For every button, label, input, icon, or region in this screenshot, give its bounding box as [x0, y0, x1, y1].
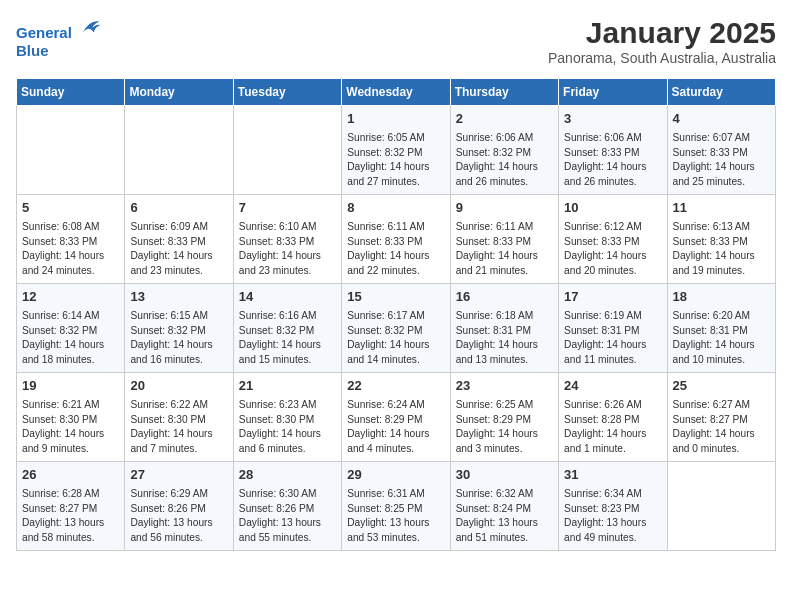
day-info-line: Sunset: 8:33 PM [564, 235, 661, 250]
logo-blue: Blue [16, 42, 49, 59]
day-info-line: Sunset: 8:25 PM [347, 502, 444, 517]
day-info-line: Sunrise: 6:27 AM [673, 398, 770, 413]
day-info-line: Sunrise: 6:07 AM [673, 131, 770, 146]
day-cell-7: 7Sunrise: 6:10 AMSunset: 8:33 PMDaylight… [233, 194, 341, 283]
day-info-line: and 14 minutes. [347, 353, 444, 368]
day-info-line: Sunrise: 6:23 AM [239, 398, 336, 413]
day-cell-2: 2Sunrise: 6:06 AMSunset: 8:32 PMDaylight… [450, 106, 558, 195]
day-info-line: and 6 minutes. [239, 442, 336, 457]
day-cell-18: 18Sunrise: 6:20 AMSunset: 8:31 PMDayligh… [667, 283, 775, 372]
day-info-line: Sunset: 8:27 PM [673, 413, 770, 428]
day-cell-19: 19Sunrise: 6:21 AMSunset: 8:30 PMDayligh… [17, 372, 125, 461]
day-cell-11: 11Sunrise: 6:13 AMSunset: 8:33 PMDayligh… [667, 194, 775, 283]
day-info-line: Sunset: 8:30 PM [22, 413, 119, 428]
day-info-line: Sunrise: 6:28 AM [22, 487, 119, 502]
day-info-line: Daylight: 14 hours [564, 427, 661, 442]
day-info-line: Sunrise: 6:21 AM [22, 398, 119, 413]
day-info-line: and 3 minutes. [456, 442, 553, 457]
day-info-line: Sunrise: 6:11 AM [456, 220, 553, 235]
day-number: 13 [130, 288, 227, 307]
day-info-line: and 7 minutes. [130, 442, 227, 457]
day-info-line: and 15 minutes. [239, 353, 336, 368]
day-info-line: Daylight: 14 hours [673, 249, 770, 264]
day-info-line: Daylight: 14 hours [564, 160, 661, 175]
day-info-line: Sunrise: 6:18 AM [456, 309, 553, 324]
day-info-line: and 56 minutes. [130, 531, 227, 546]
day-number: 8 [347, 199, 444, 218]
day-info-line: Sunrise: 6:20 AM [673, 309, 770, 324]
day-info-line: Sunset: 8:33 PM [239, 235, 336, 250]
day-info-line: and 19 minutes. [673, 264, 770, 279]
day-info-line: and 13 minutes. [456, 353, 553, 368]
logo: General Blue [16, 16, 101, 60]
day-info-line: Sunset: 8:33 PM [673, 235, 770, 250]
day-info-line: Sunset: 8:32 PM [130, 324, 227, 339]
day-info-line: Sunset: 8:24 PM [456, 502, 553, 517]
day-info-line: Daylight: 14 hours [673, 427, 770, 442]
day-number: 29 [347, 466, 444, 485]
day-info-line: and 53 minutes. [347, 531, 444, 546]
day-cell-20: 20Sunrise: 6:22 AMSunset: 8:30 PMDayligh… [125, 372, 233, 461]
page-header: General Blue January 2025 Panorama, Sout… [16, 16, 776, 66]
day-number: 3 [564, 110, 661, 129]
day-number: 17 [564, 288, 661, 307]
day-number: 22 [347, 377, 444, 396]
day-info-line: and 27 minutes. [347, 175, 444, 190]
day-number: 15 [347, 288, 444, 307]
day-info-line: Daylight: 14 hours [347, 249, 444, 264]
day-info-line: Sunrise: 6:34 AM [564, 487, 661, 502]
calendar-subtitle: Panorama, South Australia, Australia [548, 50, 776, 66]
day-number: 5 [22, 199, 119, 218]
week-row-4: 19Sunrise: 6:21 AMSunset: 8:30 PMDayligh… [17, 372, 776, 461]
day-info-line: and 25 minutes. [673, 175, 770, 190]
day-number: 23 [456, 377, 553, 396]
day-info-line: and 26 minutes. [564, 175, 661, 190]
day-number: 18 [673, 288, 770, 307]
day-number: 1 [347, 110, 444, 129]
day-cell-9: 9Sunrise: 6:11 AMSunset: 8:33 PMDaylight… [450, 194, 558, 283]
day-number: 24 [564, 377, 661, 396]
day-info-line: and 49 minutes. [564, 531, 661, 546]
day-info-line: Sunrise: 6:19 AM [564, 309, 661, 324]
day-number: 28 [239, 466, 336, 485]
day-info-line: Sunset: 8:32 PM [456, 146, 553, 161]
day-info-line: Sunrise: 6:12 AM [564, 220, 661, 235]
day-info-line: Daylight: 13 hours [130, 516, 227, 531]
calendar-table: SundayMondayTuesdayWednesdayThursdayFrid… [16, 78, 776, 551]
day-info-line: Sunrise: 6:24 AM [347, 398, 444, 413]
day-cell-28: 28Sunrise: 6:30 AMSunset: 8:26 PMDayligh… [233, 461, 341, 550]
day-info-line: and 16 minutes. [130, 353, 227, 368]
day-info-line: Daylight: 14 hours [22, 338, 119, 353]
day-number: 9 [456, 199, 553, 218]
day-info-line: Daylight: 14 hours [22, 249, 119, 264]
day-number: 6 [130, 199, 227, 218]
day-info-line: Sunrise: 6:30 AM [239, 487, 336, 502]
day-cell-8: 8Sunrise: 6:11 AMSunset: 8:33 PMDaylight… [342, 194, 450, 283]
weekday-header-sunday: Sunday [17, 79, 125, 106]
day-info-line: and 0 minutes. [673, 442, 770, 457]
day-number: 11 [673, 199, 770, 218]
day-info-line: Sunrise: 6:32 AM [456, 487, 553, 502]
day-info-line: Sunset: 8:26 PM [239, 502, 336, 517]
day-info-line: and 18 minutes. [22, 353, 119, 368]
day-info-line: Sunset: 8:33 PM [130, 235, 227, 250]
day-info-line: and 11 minutes. [564, 353, 661, 368]
day-info-line: Sunrise: 6:08 AM [22, 220, 119, 235]
day-info-line: Sunrise: 6:16 AM [239, 309, 336, 324]
day-info-line: Daylight: 14 hours [239, 427, 336, 442]
day-info-line: Daylight: 14 hours [347, 338, 444, 353]
day-cell-16: 16Sunrise: 6:18 AMSunset: 8:31 PMDayligh… [450, 283, 558, 372]
day-number: 20 [130, 377, 227, 396]
day-info-line: Sunrise: 6:05 AM [347, 131, 444, 146]
day-info-line: and 24 minutes. [22, 264, 119, 279]
weekday-header-saturday: Saturday [667, 79, 775, 106]
weekday-header-row: SundayMondayTuesdayWednesdayThursdayFrid… [17, 79, 776, 106]
week-row-5: 26Sunrise: 6:28 AMSunset: 8:27 PMDayligh… [17, 461, 776, 550]
day-info-line: and 26 minutes. [456, 175, 553, 190]
day-info-line: Sunrise: 6:15 AM [130, 309, 227, 324]
day-info-line: and 51 minutes. [456, 531, 553, 546]
day-info-line: Daylight: 14 hours [347, 427, 444, 442]
day-cell-12: 12Sunrise: 6:14 AMSunset: 8:32 PMDayligh… [17, 283, 125, 372]
day-info-line: Sunrise: 6:13 AM [673, 220, 770, 235]
day-cell-23: 23Sunrise: 6:25 AMSunset: 8:29 PMDayligh… [450, 372, 558, 461]
